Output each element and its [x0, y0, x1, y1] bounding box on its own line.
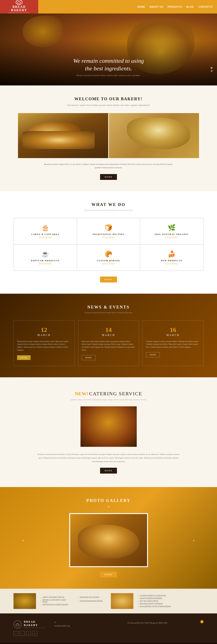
welcome-section: WELCOME TO OUR BAKERY! Our bread is made…	[0, 86, 217, 191]
service-custom: 🥐 CUSTOM BAKING READ MORE	[77, 244, 140, 271]
footer-email-link[interactable]: info@breadbro.org	[54, 625, 118, 627]
cakes-title: CAKES & CUPCAKES	[17, 233, 73, 236]
popular-link[interactable]: READ MORE	[17, 263, 73, 265]
what-we-do-more: MORE	[14, 276, 204, 282]
products-strip-section: ARETY SOASNER YRTOAS IORASNIO DTA ZETPRC…	[0, 589, 217, 614]
hero-section: We remain committed to using the best in…	[0, 14, 217, 86]
news-more-button-1[interactable]: MORE	[17, 355, 30, 360]
welcome-body: Beasneq uuumtur magni dolors eo qui rati…	[41, 162, 176, 170]
news-subtitle: nertyase bertyeras kerode fertase berros…	[14, 312, 204, 314]
svg-point-1	[16, 624, 19, 626]
gallery-more: MORE	[14, 572, 204, 578]
news-date-month-1: MARCH	[17, 334, 71, 337]
footer-socials: f t g in	[14, 631, 46, 636]
product-item-r2: NOSPO DOMSPAORTIMERT	[138, 598, 204, 600]
footer-address: 26 Jackson Blvd Ste 1020 Chicago IL 6604…	[127, 621, 191, 624]
welcome-image-2	[109, 113, 199, 158]
news-date-month-3: MARCH	[146, 334, 200, 337]
logo-icon	[16, 0, 22, 5]
gallery-ornament: ❧	[14, 505, 204, 509]
gallery-next-button[interactable]: ›	[193, 538, 194, 543]
nav-about[interactable]: ABOUT US	[150, 6, 163, 8]
organic-icon: 🌿	[144, 224, 200, 232]
news-heading: NEWS & EVENTS	[14, 305, 204, 310]
hero-title: We remain committed to using the best in…	[0, 57, 217, 72]
service-popular: ☕ POPULAR PRODUCTS READ MORE	[14, 244, 77, 271]
organic-link[interactable]: READ MORE	[144, 236, 200, 238]
service-cakes: 🎂 CAKES & CUPCAKES READ MORE	[14, 218, 77, 244]
what-we-do-section: WHAT WE DO nertyase bertyeras kerode lie…	[0, 191, 217, 294]
footer-dot	[200, 620, 204, 623]
header: BREADBAKERY PREMIUM QUALITY HOME ABOUT U…	[0, 0, 217, 14]
custom-icon: 🥐	[80, 250, 136, 258]
new-products-icon: 🍰	[144, 250, 200, 258]
catering-section: NEW! CATERING SERVICE palades karty meae…	[0, 377, 217, 487]
footer-logo: BREADBAKERY PREMIUM QUALITY	[14, 620, 46, 629]
hero-subtitle: Nertaec berrode feossetta dolore misera …	[0, 74, 217, 76]
product-item-r1: GURTROS MERGOI GEROIUSRT	[138, 595, 204, 597]
news-text-1: Masaqr dolent eoque voluptate musqu dolo…	[17, 340, 71, 352]
gallery-prev-button[interactable]: ‹	[22, 538, 24, 543]
welcome-image-1	[18, 113, 108, 158]
news-section: NEWS & EVENTS nertyase bertyeras kerode …	[0, 294, 217, 377]
svg-point-0	[18, 2, 21, 4]
recipes-link[interactable]: READ MORE	[80, 236, 136, 238]
products-right-image	[111, 593, 133, 609]
news-card-2: 14 MARCH Nique post sqam ertiques dolore…	[78, 320, 139, 366]
gallery-frame	[69, 513, 148, 567]
welcome-more-button[interactable]: MORE	[100, 174, 117, 180]
social-twitter[interactable]: t	[20, 631, 25, 636]
footer-logo-icon	[14, 620, 22, 628]
social-google[interactable]: g	[26, 631, 31, 636]
product-item-r5: DOLGERTOM GOSNA POKNOSOBOES	[138, 606, 204, 608]
news-date-day-1: 12	[17, 326, 71, 334]
products-left-image	[14, 593, 36, 609]
nav-home[interactable]: HOME	[138, 6, 145, 8]
news-date-day-2: 14	[82, 326, 136, 334]
news-text-2: Nique post sqam ertiques dolores ulam co…	[82, 340, 136, 352]
catering-new-badge: NEW!	[75, 391, 88, 396]
product-item-r3: QUT SOGAMAS PROM	[138, 600, 204, 602]
social-linkedin[interactable]: in	[32, 631, 37, 636]
recipes-icon: 🍞	[80, 224, 136, 232]
gallery-more-button[interactable]: MORE	[100, 572, 117, 578]
new-products-title: NEW PRODUCTS	[144, 260, 200, 262]
nav-contacts[interactable]: CONTACTS	[198, 6, 212, 8]
news-card-3: 16 MARCH Colerem samquis eis ulset conse…	[142, 320, 204, 366]
catering-title: CATERING SERVICE	[89, 391, 142, 396]
what-we-do-heading: WHAT WE DO	[14, 202, 204, 207]
custom-link[interactable]: READ MORE	[80, 263, 136, 265]
main-nav: HOME ABOUT US PRODUCTS BLOG CONTACTS	[38, 0, 217, 14]
footer: BREADBAKERY PREMIUM QUALITY f t g in ✉ i…	[0, 614, 217, 643]
news-more-button-2[interactable]: MORE	[82, 355, 96, 360]
custom-title: CUSTOM BAKING	[80, 260, 136, 262]
product-item-5: NTR MAGONS GORNO BATONI	[40, 604, 69, 606]
services-grid: 🎂 CAKES & CUPCAKES READ MORE 🍞 TRADITION…	[14, 218, 204, 271]
welcome-heading: WELCOME TO OUR BAKERY!	[18, 97, 199, 102]
news-card-1: 12 MARCH Masaqr dolent eoque voluptate m…	[14, 320, 75, 366]
footer-brand: BREADBAKERY PREMIUM QUALITY f t g in	[14, 620, 46, 636]
logo-text: BREADBAKERY	[11, 5, 27, 12]
new-products-link[interactable]: READ MORE	[144, 263, 200, 265]
footer-logo-text-block: BREADBAKERY PREMIUM QUALITY	[24, 620, 46, 629]
gallery-container: ‹ ›	[14, 513, 204, 567]
products-right-list: GURTROS MERGOI GEROIUSRT NOSPO DOMSPAORT…	[138, 595, 204, 608]
service-organic: 🌿 100% NATURAL ORGANIC READ MORE	[140, 218, 203, 244]
nav-products[interactable]: PRODUCTS	[168, 6, 182, 8]
cakes-link[interactable]: READ MORE	[17, 236, 73, 238]
nav-blog[interactable]: BLOG	[186, 6, 194, 8]
organic-title: 100% NATURAL ORGANIC	[144, 233, 200, 236]
products-left-list: ARETY SOASNER YRTOAS IORASNIO DTA ZETPRC…	[40, 596, 106, 606]
product-item-3: IROSNO LACNO IRTCUASES SOND	[40, 599, 69, 603]
what-we-do-more-button[interactable]: MORE	[100, 276, 117, 282]
news-more-button-3[interactable]: MORE	[146, 352, 160, 357]
catering-more-button[interactable]: MORE	[100, 468, 117, 474]
catering-image	[80, 406, 137, 447]
social-facebook[interactable]: f	[14, 631, 18, 636]
footer-logo-sub: PREMIUM QUALITY	[24, 627, 46, 629]
product-item-r4: NOTTRALIOSON GONSMAS	[138, 603, 204, 605]
footer-logo-text: BREADBAKERY	[24, 620, 46, 627]
news-text-3: Colerem samquis eis ulset consertet adip…	[146, 340, 200, 349]
recipes-title: TRADITIONAL RECIPES	[80, 233, 136, 236]
footer-bottom: BREAD BAKERY · 2014 · PRIVACY POLICY	[0, 643, 217, 644]
